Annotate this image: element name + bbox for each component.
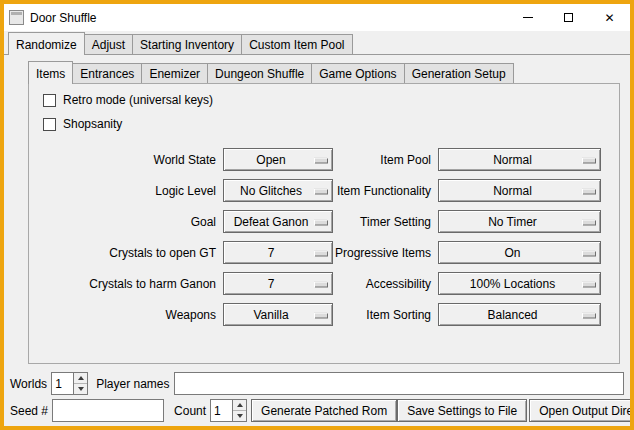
worlds-input[interactable] [51, 372, 73, 395]
checkbox-label: Retro mode (universal keys) [63, 93, 213, 107]
setting-row: Item Functionality Normal [333, 175, 601, 206]
window-title: Door Shuffle [30, 11, 97, 25]
setting-row: Crystals to harm Ganon 7 [41, 268, 333, 299]
content: Randomize Adjust Starting Inventory Cust… [4, 31, 630, 426]
crystals-open-gt-dropdown[interactable]: 7 [223, 241, 333, 264]
spin-up-button[interactable] [74, 373, 87, 383]
count-input[interactable] [210, 399, 232, 422]
accessibility-dropdown[interactable]: 100% Locations [438, 272, 601, 295]
player-names-label: Player names [96, 377, 169, 391]
setting-row: Accessibility 100% Locations [333, 268, 601, 299]
retro-mode-checkbox[interactable]: Retro mode (universal keys) [43, 88, 619, 112]
arrow-up-icon [237, 403, 243, 407]
tab-game-options[interactable]: Game Options [311, 63, 404, 83]
timer-setting-dropdown[interactable]: No Timer [438, 210, 601, 233]
player-names-input[interactable] [174, 372, 625, 395]
crystals-harm-ganon-dropdown[interactable]: 7 [223, 272, 333, 295]
dropdown-indicator-icon [314, 188, 327, 193]
close-button[interactable]: ✕ [589, 4, 630, 31]
world-state-dropdown[interactable]: Open [223, 148, 333, 171]
item-pool-dropdown[interactable]: Normal [438, 148, 601, 171]
tab-custom-item-pool[interactable]: Custom Item Pool [241, 34, 352, 54]
dropdown-value: Balanced [487, 308, 551, 322]
dropdown-indicator-icon [582, 188, 595, 193]
tab-entrances[interactable]: Entrances [72, 63, 142, 83]
spin-down-button[interactable] [233, 410, 246, 421]
weapons-dropdown[interactable]: Vanilla [223, 303, 333, 326]
shopsanity-checkbox[interactable]: Shopsanity [43, 112, 619, 136]
item-functionality-dropdown[interactable]: Normal [438, 179, 601, 202]
spin-up-button[interactable] [233, 400, 246, 410]
inner-tab-bar: Items Entrances Enemizer Dungeon Shuffle… [28, 61, 620, 83]
maximize-button[interactable] [548, 4, 589, 31]
spin-down-button[interactable] [74, 383, 87, 394]
tab-items[interactable]: Items [28, 61, 73, 84]
dropdown-indicator-icon [314, 312, 327, 317]
setting-row: World State Open [41, 144, 333, 175]
inner-notebook: Items Entrances Enemizer Dungeon Shuffle… [28, 61, 620, 364]
setting-row: Item Sorting Balanced [333, 299, 601, 330]
tab-starting-inventory[interactable]: Starting Inventory [132, 34, 242, 54]
seed-input[interactable] [52, 399, 164, 422]
seed-row: Seed # Count Generate Patched Rom Save S… [10, 399, 624, 422]
checkbox-label: Shopsanity [63, 117, 122, 131]
dropdown-value: No Glitches [240, 184, 316, 198]
setting-label: Logic Level [41, 184, 216, 198]
worlds-row: Worlds Player names [10, 372, 624, 395]
dropdown-indicator-icon [314, 281, 327, 286]
open-output-directory-button[interactable]: Open Output Directory [529, 399, 630, 422]
setting-row: Crystals to open GT 7 [41, 237, 333, 268]
setting-label: Weapons [41, 308, 216, 322]
dropdown-indicator-icon [582, 219, 595, 224]
tab-randomize[interactable]: Randomize [8, 32, 85, 55]
setting-row: Item Pool Normal [333, 144, 601, 175]
caption-buttons: ✕ [507, 4, 630, 31]
setting-row: Weapons Vanilla [41, 299, 333, 330]
seed-label: Seed # [10, 404, 48, 418]
worlds-label: Worlds [10, 377, 47, 391]
save-settings-button[interactable]: Save Settings to File [397, 399, 527, 422]
tab-adjust[interactable]: Adjust [84, 34, 133, 54]
worlds-spin-arrows [73, 372, 88, 395]
logic-level-dropdown[interactable]: No Glitches [223, 179, 333, 202]
dropdown-value: 100% Locations [470, 277, 569, 291]
generate-patched-rom-button[interactable]: Generate Patched Rom [251, 399, 397, 422]
checkbox-icon [43, 94, 56, 107]
dropdown-value: Open [256, 153, 299, 167]
tab-generation-setup[interactable]: Generation Setup [404, 63, 514, 83]
dropdown-indicator-icon [582, 281, 595, 286]
dropdown-value: Normal [493, 153, 546, 167]
goal-dropdown[interactable]: Defeat Ganon [223, 210, 333, 233]
randomize-pane: Items Entrances Enemizer Dungeon Shuffle… [4, 54, 630, 425]
count-spinbox [210, 399, 247, 422]
settings-column-left: World State Open Logic Level No Glitches [41, 144, 333, 330]
items-pane: Retro mode (universal keys) Shopsanity W… [28, 83, 620, 364]
checkbox-icon [43, 118, 56, 131]
setting-row: Progressive Items On [333, 237, 601, 268]
dropdown-value: Defeat Ganon [234, 215, 323, 229]
minimize-icon [523, 17, 533, 18]
setting-label: Item Sorting [333, 308, 431, 322]
progressive-items-dropdown[interactable]: On [438, 241, 601, 264]
dropdown-value: 7 [268, 277, 289, 291]
arrow-down-icon [78, 387, 84, 391]
setting-row: Logic Level No Glitches [41, 175, 333, 206]
count-label: Count [174, 404, 206, 418]
dropdown-value: Vanilla [253, 308, 302, 322]
dropdown-indicator-icon [582, 312, 595, 317]
tab-dungeon-shuffle[interactable]: Dungeon Shuffle [207, 63, 312, 83]
setting-label: Progressive Items [333, 246, 431, 260]
tab-enemizer[interactable]: Enemizer [141, 63, 208, 83]
dropdown-value: 7 [268, 246, 289, 260]
setting-label: Item Functionality [333, 184, 431, 198]
settings-grid: World State Open Logic Level No Glitches [29, 144, 619, 330]
minimize-button[interactable] [507, 4, 548, 31]
titlebar[interactable]: Door Shuffle ✕ [4, 4, 630, 31]
item-sorting-dropdown[interactable]: Balanced [438, 303, 601, 326]
setting-row: Timer Setting No Timer [333, 206, 601, 237]
setting-label: Crystals to harm Ganon [41, 277, 216, 291]
dropdown-indicator-icon [582, 157, 595, 162]
dropdown-indicator-icon [314, 157, 327, 162]
dropdown-value: On [504, 246, 534, 260]
setting-label: Item Pool [333, 153, 431, 167]
